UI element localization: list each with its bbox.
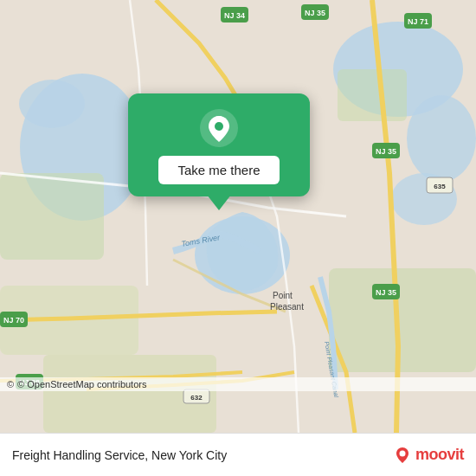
svg-text:NJ 71: NJ 71: [408, 17, 428, 26]
svg-text:632: 632: [190, 394, 203, 402]
location-pin-icon: [200, 109, 238, 147]
attribution-bar: © © OpenStreetMap contributors: [0, 377, 476, 391]
svg-text:NJ 35: NJ 35: [376, 288, 396, 297]
moovit-logo[interactable]: moovit: [393, 446, 464, 465]
svg-point-4: [407, 95, 476, 182]
svg-point-36: [215, 122, 223, 131]
svg-text:Point: Point: [273, 291, 293, 300]
svg-text:635: 635: [434, 183, 446, 190]
copyright-symbol: ©: [7, 379, 14, 389]
svg-point-37: [399, 450, 405, 456]
moovit-text: moovit: [415, 446, 464, 464]
svg-rect-7: [0, 173, 104, 260]
location-label: Freight Handling Service, New York City: [12, 448, 227, 462]
moovit-brand-icon: [393, 446, 412, 465]
svg-rect-11: [338, 69, 407, 121]
svg-point-2: [19, 80, 85, 128]
svg-text:NJ 70: NJ 70: [3, 316, 24, 325]
svg-rect-10: [329, 268, 476, 372]
svg-text:Pleasant: Pleasant: [270, 302, 304, 312]
popup-card: Take me there: [128, 93, 310, 196]
map-container[interactable]: NJ 34 NJ 35 NJ 71 NJ 35 NJ 70 NJ 88 NJ 3…: [0, 0, 476, 433]
svg-text:NJ 34: NJ 34: [224, 11, 245, 20]
footer: Freight Handling Service, New York City …: [0, 433, 476, 476]
take-me-there-button[interactable]: Take me there: [158, 156, 279, 184]
svg-text:NJ 35: NJ 35: [305, 9, 325, 17]
attribution-text: © OpenStreetMap contributors: [17, 379, 146, 389]
svg-text:NJ 35: NJ 35: [376, 147, 396, 156]
